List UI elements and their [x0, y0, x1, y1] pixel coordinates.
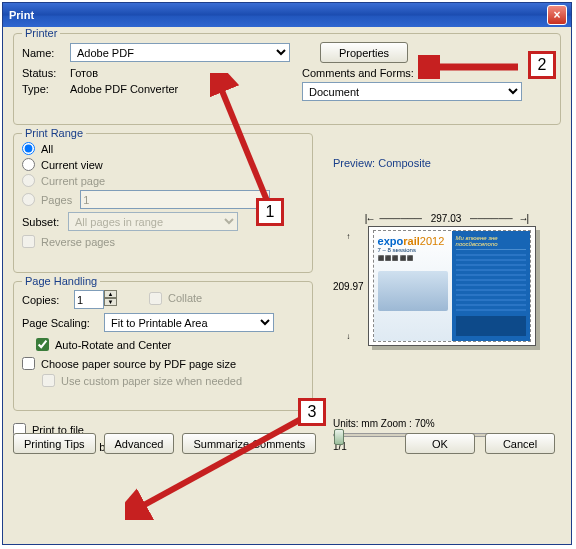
page-handling-group: Page Handling Copies: ▲▼ Collate Page Sc…	[13, 281, 313, 411]
printer-name-select[interactable]: Adobe PDF	[70, 43, 290, 62]
units-text: Units: mm Zoom : 70%	[333, 418, 559, 429]
properties-button[interactable]: Properties	[320, 42, 408, 63]
printer-legend: Printer	[22, 27, 60, 39]
comments-select[interactable]: Document	[302, 82, 522, 101]
range-legend: Print Range	[22, 127, 86, 139]
collate-check	[149, 292, 162, 305]
copies-input[interactable]	[74, 290, 104, 309]
printing-tips-button[interactable]: Printing Tips	[13, 433, 96, 454]
autorotate-label: Auto-Rotate and Center	[55, 339, 171, 351]
range-pages-label: Pages	[41, 194, 72, 206]
range-pages-radio	[22, 193, 35, 206]
range-all-label: All	[41, 143, 53, 155]
callout-2: 2	[528, 51, 556, 79]
range-currentpage-radio	[22, 174, 35, 187]
customsize-check	[42, 374, 55, 387]
copies-spinner[interactable]: ▲▼	[104, 290, 117, 309]
close-icon[interactable]: ×	[547, 5, 567, 25]
collate-label: Collate	[168, 292, 202, 304]
type-label: Type:	[22, 83, 64, 95]
titlebar: Print ×	[3, 3, 571, 27]
status-label: Status:	[22, 67, 64, 79]
preview-label: Preview: Composite	[333, 157, 559, 169]
dim-width: |←────── 297.03 ──────→|	[333, 213, 559, 224]
status-value: Готов	[70, 67, 98, 79]
range-currentview-label: Current view	[41, 159, 103, 171]
cancel-button[interactable]: Cancel	[485, 433, 555, 454]
subset-label: Subset:	[22, 216, 62, 228]
callout-3: 3	[298, 398, 326, 426]
scaling-select[interactable]: Fit to Printable Area	[104, 313, 274, 332]
slider-thumb[interactable]	[334, 429, 344, 445]
reverse-label: Reverse pages	[41, 236, 115, 248]
choose-source-label: Choose paper source by PDF page size	[41, 358, 236, 370]
advanced-button[interactable]: Advanced	[104, 433, 175, 454]
preview-page: exporail2012 7 – 8 sessions ⬛ ⬛ ⬛ ⬛ ⬛ Ми…	[368, 226, 536, 346]
preview-area: Preview: Composite |←────── 297.03 ─────…	[333, 157, 559, 452]
handling-legend: Page Handling	[22, 275, 100, 287]
name-label: Name:	[22, 47, 64, 59]
printer-group: Printer Name: Adobe PDF Properties Statu…	[13, 33, 561, 125]
ok-button[interactable]: OK	[405, 433, 475, 454]
type-value: Adobe PDF Converter	[70, 83, 178, 95]
scaling-label: Page Scaling:	[22, 317, 98, 329]
choose-source-check[interactable]	[22, 357, 35, 370]
copies-label: Copies:	[22, 294, 68, 306]
range-all-radio[interactable]	[22, 142, 35, 155]
autorotate-check[interactable]	[36, 338, 49, 351]
summarize-button[interactable]: Summarize Comments	[182, 433, 316, 454]
spin-down-icon[interactable]: ▼	[104, 298, 117, 306]
pages-input	[80, 190, 270, 209]
subset-select: All pages in range	[68, 212, 238, 231]
dim-height: 209.97	[333, 281, 364, 292]
customsize-label: Use custom paper size when needed	[61, 375, 242, 387]
spin-up-icon[interactable]: ▲	[104, 290, 117, 298]
comments-label: Comments and Forms:	[302, 67, 552, 79]
reverse-check	[22, 235, 35, 248]
print-dialog: Print × Printer Name: Adobe PDF Properti…	[2, 2, 572, 545]
range-currentview-radio[interactable]	[22, 158, 35, 171]
callout-1: 1	[256, 198, 284, 226]
range-currentpage-label: Current page	[41, 175, 105, 187]
window-title: Print	[7, 9, 547, 21]
